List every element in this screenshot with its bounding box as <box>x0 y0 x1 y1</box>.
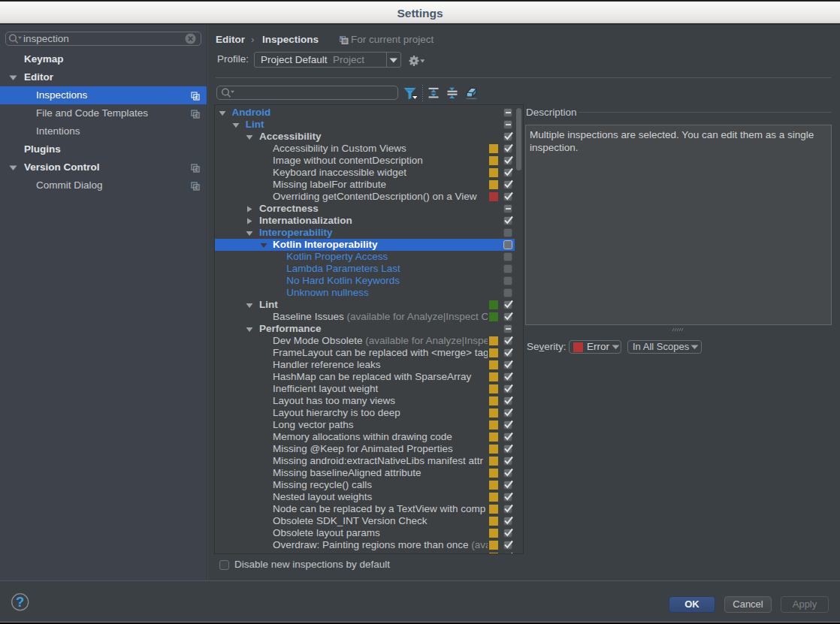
svg-text:?: ? <box>16 594 24 610</box>
